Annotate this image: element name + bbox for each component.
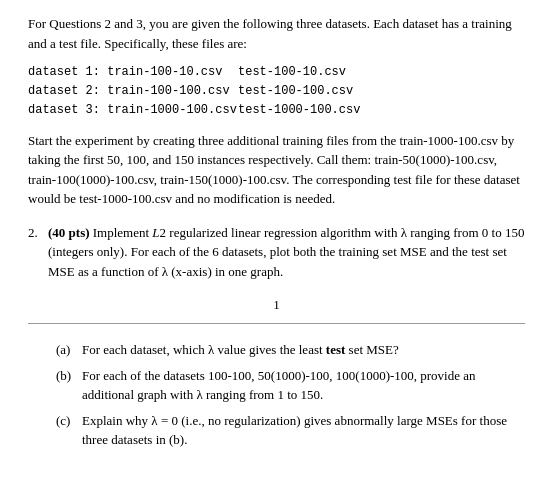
sub-question-c: (c) Explain why λ = 0 (i.e., no regulari… (56, 411, 525, 450)
question-2-number: 2. (28, 223, 48, 282)
intro-paragraph: For Questions 2 and 3, you are given the… (28, 14, 525, 53)
question-2-block: 2. (40 pts) Implement L2 regularized lin… (28, 223, 525, 282)
sub-label-a: (a) (56, 340, 78, 360)
question-2-text: (40 pts) Implement L2 regularized linear… (48, 223, 525, 282)
dataset-3-label: dataset 3: train-1000-100.csv (28, 101, 238, 120)
start-paragraph: Start the experiment by creating three a… (28, 131, 525, 209)
dataset-row-1: dataset 1: train-100-10.csv test-100-10.… (28, 63, 525, 82)
sub-text-a: For each dataset, which λ value gives th… (82, 340, 525, 360)
dataset-3-test: test-1000-100.csv (238, 101, 360, 120)
dataset-table: dataset 1: train-100-10.csv test-100-10.… (28, 63, 525, 121)
dataset-1-test: test-100-10.csv (238, 63, 346, 82)
sub-label-b: (b) (56, 366, 78, 405)
question-2-pts: (40 pts) (48, 225, 90, 240)
page-number: 1 (273, 297, 280, 312)
question-2-header: 2. (40 pts) Implement L2 regularized lin… (28, 223, 525, 282)
sub-text-c: Explain why λ = 0 (i.e., no regularizati… (82, 411, 525, 450)
dataset-2-test: test-100-100.csv (238, 82, 353, 101)
sub-question-a: (a) For each dataset, which λ value give… (56, 340, 525, 360)
dataset-2-label: dataset 2: train-100-100.csv (28, 82, 238, 101)
page-divider (28, 323, 525, 324)
sub-text-b: For each of the datasets 100-100, 50(100… (82, 366, 525, 405)
sub-question-b: (b) For each of the datasets 100-100, 50… (56, 366, 525, 405)
page: For Questions 2 and 3, you are given the… (0, 0, 553, 500)
dataset-row-3: dataset 3: train-1000-100.csv test-1000-… (28, 101, 525, 120)
dataset-1-label: dataset 1: train-100-10.csv (28, 63, 238, 82)
dataset-row-2: dataset 2: train-100-100.csv test-100-10… (28, 82, 525, 101)
sub-questions: (a) For each dataset, which λ value give… (56, 340, 525, 450)
page-number-area: 1 (28, 297, 525, 313)
question-2-body: Implement L2 regularized linear regressi… (48, 225, 524, 279)
sub-label-c: (c) (56, 411, 78, 450)
